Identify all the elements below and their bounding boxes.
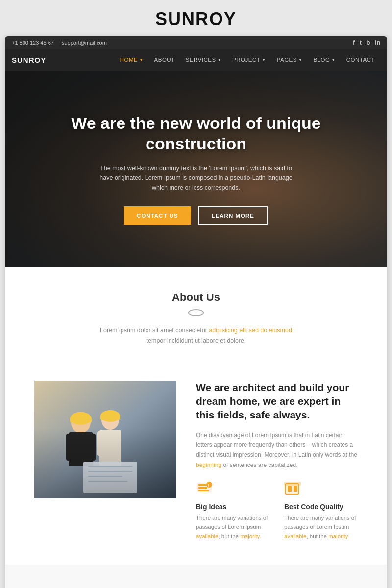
svg-rect-10 — [97, 431, 103, 456]
contact-us-button[interactable]: CONTACT US — [124, 206, 191, 225]
blog-link[interactable]: b — [367, 39, 370, 46]
nav-about[interactable]: ABOUT — [149, 49, 180, 71]
svg-rect-1 — [34, 381, 176, 498]
about-section-header: About Us Lorem ipsum dolor sit amet cons… — [5, 267, 387, 366]
feature-link-1[interactable]: available — [196, 533, 218, 539]
linkedin-link[interactable]: in — [375, 39, 380, 46]
feature-big-ideas-desc: There are many variations of passages of… — [196, 514, 270, 540]
svg-rect-14 — [83, 462, 137, 493]
social-links: f t b in — [353, 39, 380, 46]
phone-number: +1 800 123 45 67 — [12, 40, 54, 46]
svg-rect-4 — [66, 434, 73, 461]
main-content: About Us Lorem ipsum dolor sit amet cons… — [5, 267, 387, 588]
section-divider — [44, 309, 348, 317]
hero-title: We are the new world of unique construct… — [69, 113, 323, 154]
about-section-title: About Us — [44, 291, 348, 304]
about-image — [34, 381, 176, 498]
about-title-bold-word: Us — [206, 291, 220, 303]
twitter-link[interactable]: t — [360, 39, 362, 46]
nav-links: HOME ▼ ABOUT SERVICES ▼ PROJECT ▼ PAGES … — [115, 49, 380, 71]
learn-more-button[interactable]: LEARN MORE — [198, 206, 268, 225]
nav-pages[interactable]: PAGES ▼ — [271, 49, 308, 71]
features-grid: ! Big Ideas There are many variations of… — [196, 482, 358, 540]
feature-code-quality: Best Code Quality There are many variati… — [284, 482, 358, 540]
svg-rect-5 — [89, 434, 96, 461]
svg-rect-29 — [284, 482, 301, 486]
hero-buttons: CONTACT US LEARN MORE — [69, 206, 323, 225]
divider-icon — [188, 309, 204, 317]
nav-contact[interactable]: CONTACT — [341, 49, 380, 71]
svg-text:!: ! — [208, 483, 209, 488]
about-details: We are architect and build your dream ho… — [5, 366, 387, 565]
feature-link-2[interactable]: majority — [240, 533, 259, 539]
feature-link-4[interactable]: majority — [328, 533, 347, 539]
nav-blog[interactable]: BLOG ▼ — [308, 49, 341, 71]
feature-big-ideas-title: Big Ideas — [196, 503, 270, 511]
nav-home[interactable]: HOME ▼ — [115, 49, 149, 71]
top-bar: +1 800 123 45 67 support@mail.com f t b … — [5, 36, 387, 49]
page-wrapper: SUNROY +1 800 123 45 67 support@mail.com… — [0, 0, 392, 588]
svg-point-23 — [206, 482, 212, 488]
svg-rect-27 — [288, 486, 292, 492]
about-para-link[interactable]: beginning — [196, 462, 221, 468]
top-bar-left: +1 800 123 45 67 support@mail.com — [12, 40, 107, 46]
svg-rect-13 — [100, 416, 120, 420]
feature-code-quality-desc: There are many variations of passages of… — [284, 514, 358, 540]
feature-big-ideas: ! Big Ideas There are many variations of… — [196, 482, 270, 540]
nav-services[interactable]: SERVICES ▼ — [180, 49, 227, 71]
navbar: SUNROY HOME ▼ ABOUT SERVICES ▼ PROJECT ▼… — [5, 49, 387, 71]
code-quality-icon — [284, 482, 358, 500]
big-ideas-icon: ! — [196, 482, 270, 500]
about-heading: We are architect and build your dream ho… — [196, 381, 358, 422]
nav-project[interactable]: PROJECT ▼ — [227, 49, 271, 71]
hero-subtitle: The most well-known dummy text is the 'L… — [93, 163, 299, 193]
hero-content: We are the new world of unique construct… — [59, 113, 333, 225]
svg-rect-3 — [69, 432, 93, 466]
services-section-header: Our Professional Services Lorem ipsum do… — [5, 565, 387, 588]
browser-chrome: +1 800 123 45 67 support@mail.com f t b … — [5, 36, 387, 588]
navbar-brand: SUNROY — [12, 56, 46, 64]
svg-rect-7 — [70, 418, 92, 422]
about-desc-link[interactable]: adipisicing elit sed do eiusmod — [209, 327, 292, 334]
about-section-desc: Lorem ipsum dolor sit amet consectetur a… — [93, 325, 299, 346]
feature-link-3[interactable]: available — [284, 533, 306, 539]
site-title: SUNROY — [0, 9, 392, 29]
svg-rect-22 — [198, 490, 209, 491]
about-title-normal: About — [172, 291, 203, 303]
hero-section: We are the new world of unique construct… — [5, 71, 387, 267]
about-paragraph: One disadvantage of Lorem Ipsum is that … — [196, 430, 358, 470]
about-text: We are architect and build your dream ho… — [196, 381, 358, 541]
email-address: support@mail.com — [62, 40, 107, 46]
svg-rect-28 — [294, 486, 297, 492]
svg-rect-11 — [107, 431, 114, 456]
facebook-link[interactable]: f — [353, 39, 355, 46]
svg-rect-21 — [198, 487, 207, 489]
svg-rect-9 — [99, 430, 121, 466]
feature-code-quality-title: Best Code Quality — [284, 503, 358, 511]
site-title-bar: SUNROY — [0, 0, 392, 36]
